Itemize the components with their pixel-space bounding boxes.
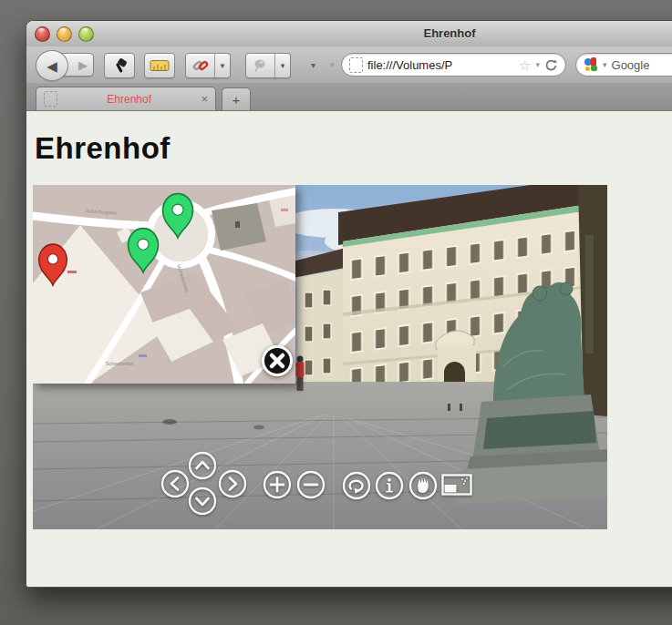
zoom-window-button[interactable] (78, 26, 94, 42)
url-text[interactable]: file:///Volumes/P (367, 58, 514, 72)
tab-ehrenhof[interactable]: Ehrenhof × (36, 87, 216, 110)
page-content: Ehrenhof (26, 111, 672, 587)
browser-window: Ehrenhof ◀ ▶ ▾ (26, 20, 672, 588)
addon-ruler-button[interactable] (144, 53, 175, 78)
chain-link-icon (191, 56, 210, 75)
page-favicon-placeholder-icon (349, 57, 363, 73)
caret-down-icon: ▾ (221, 62, 225, 70)
search-bar[interactable]: ▾ Google (575, 53, 672, 77)
search-engine-dropdown-icon[interactable]: ▾ (603, 61, 607, 69)
chevron-right-icon (218, 469, 247, 498)
minimize-window-button[interactable] (57, 26, 72, 42)
minus-icon (296, 470, 326, 499)
forward-arrow-icon: ▶ (78, 59, 88, 71)
ruler-icon (150, 59, 170, 72)
back-arrow-icon: ◀ (47, 59, 57, 73)
info-icon (375, 471, 404, 500)
map-overlay[interactable]: Schauflergasse Michaelerplatz Schweizerh… (33, 185, 295, 384)
hammer-icon (110, 56, 129, 75)
url-bar[interactable]: file:///Volumes/P ☆ ▾ (341, 53, 566, 77)
new-tab-button[interactable]: + (222, 87, 251, 110)
map-close-button[interactable] (262, 345, 293, 376)
close-window-button[interactable] (35, 26, 50, 42)
close-x-icon (264, 348, 290, 374)
tab-bar: Ehrenhof × + (26, 83, 672, 111)
tab-favicon-placeholder-icon (44, 91, 57, 107)
google-icon (584, 57, 598, 72)
pan-right-button[interactable] (218, 469, 247, 498)
addon-link-button[interactable] (185, 53, 216, 78)
addon-link-dropdown[interactable]: ▾ (214, 53, 231, 78)
fullscreen-button[interactable] (441, 474, 472, 496)
info-button[interactable] (375, 471, 404, 500)
rotate-icon (342, 471, 371, 500)
plus-icon (263, 470, 292, 499)
tab-label: Ehrenhof (65, 93, 193, 106)
caret-down-icon: ▾ (281, 62, 285, 70)
bookmarks-dropdown[interactable]: ▾ (330, 60, 335, 69)
search-engine-label[interactable]: Google (612, 58, 650, 72)
zoom-out-button[interactable] (296, 470, 326, 499)
pushpin-icon (253, 57, 269, 74)
page-title: Ehrenhof (35, 131, 171, 166)
map-label-bottom: Schweizerhof (106, 361, 134, 366)
map-svg: Schauflergasse Michaelerplatz Schweizerh… (33, 185, 295, 384)
window-title: Ehrenhof (423, 26, 475, 40)
bookmark-star-icon[interactable]: ☆ (519, 58, 531, 72)
reload-icon[interactable] (544, 58, 558, 72)
title-bar[interactable]: Ehrenhof (26, 21, 672, 47)
hand-icon (408, 471, 438, 500)
chevron-left-icon (160, 469, 190, 498)
url-dropdown-icon[interactable]: ▾ (535, 61, 540, 69)
drag-mode-button[interactable] (408, 471, 438, 500)
panorama-viewer[interactable]: Schauflergasse Michaelerplatz Schweizerh… (33, 185, 607, 529)
pan-left-button[interactable] (160, 469, 190, 498)
overflow-dropdown[interactable]: ▾ (311, 60, 315, 70)
chevron-up-icon (188, 451, 217, 480)
pan-up-button[interactable] (188, 451, 217, 480)
navigation-toolbar: ◀ ▶ ▾ (26, 46, 672, 84)
pan-down-button[interactable] (188, 487, 217, 516)
addon-hammer-button[interactable] (104, 53, 135, 78)
zoom-in-button[interactable] (263, 470, 292, 499)
autorotate-button[interactable] (342, 471, 371, 500)
back-button[interactable]: ◀ (36, 50, 68, 81)
tab-close-button[interactable]: × (201, 93, 208, 105)
addon-pin-dropdown[interactable]: ▾ (274, 53, 291, 78)
addon-pin-button[interactable] (245, 53, 276, 78)
chevron-down-icon (188, 487, 217, 516)
fullscreen-icon (441, 474, 472, 496)
